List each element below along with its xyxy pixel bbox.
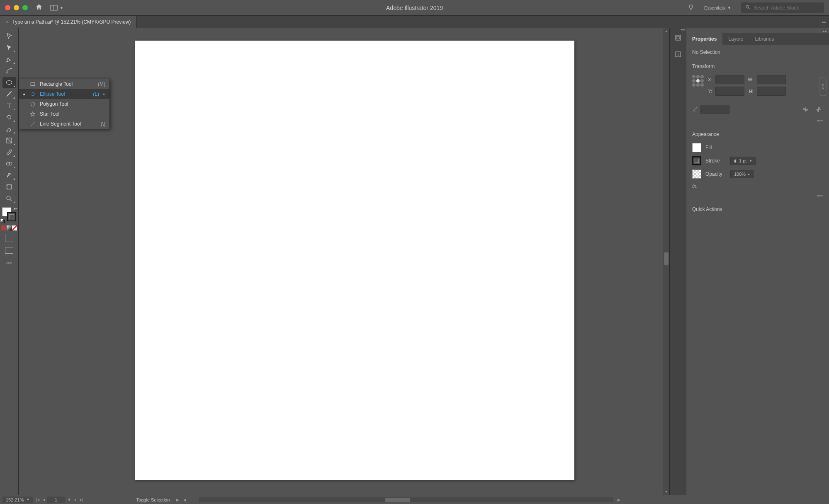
reference-point-selector[interactable]: [692, 75, 704, 87]
stroke-color-swatch[interactable]: [692, 156, 701, 165]
status-menu-icon[interactable]: ▶: [176, 498, 179, 502]
artboard-number-input[interactable]: 1: [47, 497, 65, 503]
window-maximize-button[interactable]: [22, 5, 28, 10]
canvas-area[interactable]: ▲ ▼: [19, 28, 669, 495]
x-input[interactable]: [715, 75, 744, 84]
rotate-tool[interactable]: [2, 112, 16, 123]
artboard-tool[interactable]: [2, 182, 16, 192]
h-input[interactable]: [757, 87, 786, 96]
prev-artboard-button[interactable]: ◂: [42, 497, 46, 502]
scroll-down-icon[interactable]: ▼: [663, 489, 669, 495]
search-icon: [745, 5, 751, 11]
shape-tool[interactable]: [2, 77, 16, 88]
y-label: Y:: [708, 89, 712, 94]
chevron-down-icon: ▼: [26, 498, 29, 502]
screen-mode-button[interactable]: [5, 247, 13, 254]
w-input[interactable]: [757, 75, 786, 84]
svg-rect-9: [7, 185, 12, 189]
type-tool[interactable]: [2, 100, 16, 111]
svg-marker-14: [31, 102, 35, 106]
rotate-input[interactable]: [700, 105, 729, 114]
flyout-star-tool[interactable]: Star Tool: [19, 109, 109, 119]
curvature-tool[interactable]: [2, 65, 16, 76]
eyedropper-tool[interactable]: [2, 147, 16, 158]
learn-bulb-icon[interactable]: [688, 4, 694, 12]
libraries-dock-icon[interactable]: [673, 32, 683, 43]
expand-dock-icon[interactable]: ◂◂: [681, 27, 685, 32]
artboard-dropdown[interactable]: ▼: [66, 497, 72, 502]
panel-tabs: Properties Layers Libraries: [686, 33, 829, 45]
svg-marker-15: [30, 111, 35, 116]
link-width-height-button[interactable]: [819, 78, 827, 96]
layers-tab[interactable]: Layers: [722, 33, 749, 45]
flyout-polygon-tool[interactable]: Polygon Tool: [19, 99, 109, 109]
horizontal-scrollbar[interactable]: [199, 497, 613, 502]
symbol-sprayer-tool[interactable]: [2, 170, 16, 181]
flyout-ellipse-tool[interactable]: ■ Ellipse Tool (L) ▸: [19, 89, 109, 99]
collapse-panels-icon[interactable]: ▸▸: [823, 29, 827, 33]
scroll-thumb[interactable]: [664, 252, 669, 265]
zoom-tool[interactable]: [2, 193, 16, 204]
fill-color-swatch[interactable]: [692, 143, 701, 152]
color-mode-gradient[interactable]: [7, 225, 12, 230]
asset-export-dock-icon[interactable]: [673, 49, 683, 60]
search-stock-input[interactable]: [754, 5, 820, 11]
draw-mode-button[interactable]: [5, 234, 13, 242]
effects-icon[interactable]: fx.: [692, 183, 698, 189]
svg-point-2: [689, 5, 693, 8]
stroke-label: Stroke: [705, 158, 726, 164]
pen-tool[interactable]: [2, 54, 16, 65]
titlebar: ▼ Adobe Illustrator 2019 Essentials ▼: [0, 0, 829, 16]
gradient-tool[interactable]: [2, 135, 16, 146]
default-colors-icon[interactable]: [0, 219, 5, 223]
appearance-more-options[interactable]: •••: [817, 193, 823, 198]
properties-tab[interactable]: Properties: [686, 33, 722, 45]
svg-line-16: [31, 122, 34, 126]
svg-line-4: [749, 8, 750, 9]
eraser-tool[interactable]: [2, 124, 16, 134]
color-mode-none[interactable]: [12, 225, 17, 230]
scroll-right-icon[interactable]: ▶: [616, 498, 622, 502]
vertical-scrollbar[interactable]: ▲ ▼: [663, 28, 669, 495]
next-artboard-button[interactable]: ▸: [74, 497, 78, 502]
artboard[interactable]: [135, 41, 574, 480]
y-input[interactable]: [715, 87, 744, 96]
appearance-section-title: Appearance: [692, 131, 823, 137]
close-tab-icon[interactable]: ×: [6, 19, 9, 25]
edit-toolbar-button[interactable]: •••: [6, 260, 12, 265]
direct-selection-tool[interactable]: [2, 42, 16, 53]
first-artboard-button[interactable]: |◂: [35, 497, 40, 502]
stroke-swatch[interactable]: [7, 212, 16, 221]
opacity-input[interactable]: 100% ▸: [730, 170, 754, 178]
flyout-rectangle-tool[interactable]: Rectangle Tool (M): [19, 79, 109, 89]
color-controls[interactable]: ⇄: [2, 207, 16, 221]
home-icon[interactable]: [35, 3, 43, 12]
app-title: Adobe Illustrator 2019: [386, 5, 443, 11]
libraries-tab[interactable]: Libraries: [749, 33, 780, 45]
color-mode-row: [1, 225, 17, 230]
arrange-documents-button[interactable]: ▼: [50, 5, 63, 11]
flip-vertical-button[interactable]: [814, 105, 823, 114]
workspace-switcher[interactable]: Essentials ▼: [701, 4, 734, 12]
blend-tool[interactable]: [2, 158, 16, 169]
transform-more-options[interactable]: •••: [817, 118, 823, 123]
search-stock-field[interactable]: [741, 2, 824, 13]
status-display[interactable]: Toggle Selection: [136, 497, 170, 502]
flyout-line-tool[interactable]: Line Segment Tool (\): [19, 119, 109, 129]
scroll-thumb[interactable]: [385, 498, 410, 502]
paintbrush-tool[interactable]: [2, 89, 16, 99]
scroll-up-icon[interactable]: ▲: [663, 28, 669, 34]
scroll-left-icon[interactable]: ◀: [182, 498, 188, 502]
zoom-level-selector[interactable]: 152.21% ▼: [2, 497, 33, 503]
selection-tool[interactable]: [2, 31, 16, 41]
window-close-button[interactable]: [5, 5, 10, 10]
swap-colors-icon[interactable]: ⇄: [14, 206, 17, 211]
collapse-tabs-icon[interactable]: ▸▸: [822, 20, 827, 24]
opacity-swatch[interactable]: [692, 170, 701, 179]
color-mode-solid[interactable]: [1, 225, 6, 230]
window-minimize-button[interactable]: [14, 5, 19, 10]
stroke-weight-input[interactable]: ▴▾ 1 pt ▼: [730, 157, 756, 165]
last-artboard-button[interactable]: ▸|: [79, 497, 84, 502]
flip-horizontal-button[interactable]: [801, 105, 810, 114]
document-tab[interactable]: × Type on a Path.ai* @ 152.21% (CMYK/GPU…: [0, 16, 137, 28]
